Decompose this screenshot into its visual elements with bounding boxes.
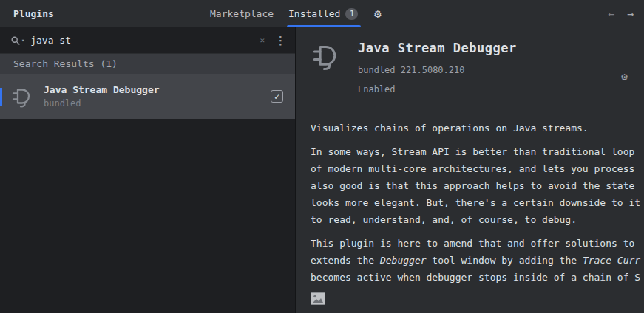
description-line: to read, understand, and, of course, to … [311, 211, 644, 228]
tab-installed[interactable]: Installed 1 [288, 0, 358, 27]
description-line: extends the Debugger tool window by addi… [311, 252, 644, 269]
plugin-details-header: Java Stream Debugger bundled 221.5080.21… [311, 41, 644, 94]
description-paragraph: This plugin is here to amend that and of… [311, 235, 644, 286]
search-results-header: Search Results (1) [0, 54, 295, 74]
description-line: of modern multi-core architectures, and … [311, 160, 644, 177]
clear-search-icon[interactable]: ✕ [260, 35, 265, 45]
tab-marketplace[interactable]: Marketplace [210, 0, 274, 27]
plugin-list-item-title: Java Stream Debugger [44, 84, 160, 95]
plugin-list-item[interactable]: Java Stream Debugger bundled [0, 74, 295, 119]
plugin-options-gear-icon[interactable]: ⚙ [621, 70, 628, 83]
plugins-gear-icon[interactable]: ⚙ [374, 0, 382, 27]
content-area: ▾ java st ✕ ⋮ Search Results (1) [0, 27, 644, 313]
forward-arrow-icon[interactable]: → [627, 7, 634, 21]
description-paragraph: In some ways, Stream API is better than … [311, 143, 644, 228]
description-line: In some ways, Stream API is better than … [311, 143, 644, 160]
installed-count-badge: 1 [345, 8, 358, 20]
plugin-version-meta: bundled 221.5080.210 [358, 65, 517, 75]
plugin-details-panel: Java Stream Debugger bundled 221.5080.21… [296, 27, 644, 313]
tab-installed-label: Installed [288, 8, 340, 19]
plugin-enabled-checkbox[interactable] [271, 90, 283, 103]
text-caret [72, 35, 72, 46]
description-line: Visualizes chains of operations on Java … [311, 120, 644, 137]
plugins-settings-window: Plugins Marketplace Installed 1 ⚙ ← → ▾ [0, 0, 644, 313]
header: Plugins Marketplace Installed 1 ⚙ ← → [0, 0, 644, 27]
plugin-status: Enabled [358, 84, 517, 94]
description-paragraph: Visualizes chains of operations on Java … [311, 120, 644, 137]
plugin-list-item-subtitle: bundled [44, 98, 160, 109]
selection-indicator [0, 88, 2, 106]
search-input[interactable]: java st [30, 35, 71, 46]
plugin-plug-icon-large [311, 41, 342, 72]
navigation-arrows: ← → [608, 0, 634, 27]
plugin-list-item-text: Java Stream Debugger bundled [44, 84, 160, 109]
page-title: Plugins [13, 0, 54, 27]
plugin-description: Visualizes chains of operations on Java … [311, 120, 644, 286]
search-icon: ▾ [10, 35, 24, 46]
description-line: looks more elegant. But, there's a certa… [311, 194, 644, 211]
search-bar[interactable]: ▾ java st ✕ ⋮ [0, 27, 295, 54]
plugin-details-title: Java Stream Debugger [358, 41, 517, 55]
description-line: also good is that this approach helps to… [311, 177, 644, 194]
plugin-details-titles: Java Stream Debugger bundled 221.5080.21… [358, 41, 517, 94]
search-options-icon[interactable]: ⋮ [275, 34, 286, 47]
back-arrow-icon[interactable]: ← [608, 7, 614, 21]
broken-image-icon [311, 294, 325, 308]
plugin-list-panel: ▾ java st ✕ ⋮ Search Results (1) [0, 27, 296, 313]
description-line: This plugin is here to amend that and of… [311, 235, 644, 252]
description-line: becomes active when debugger stops insid… [311, 269, 644, 286]
plugin-plug-icon [10, 85, 34, 109]
